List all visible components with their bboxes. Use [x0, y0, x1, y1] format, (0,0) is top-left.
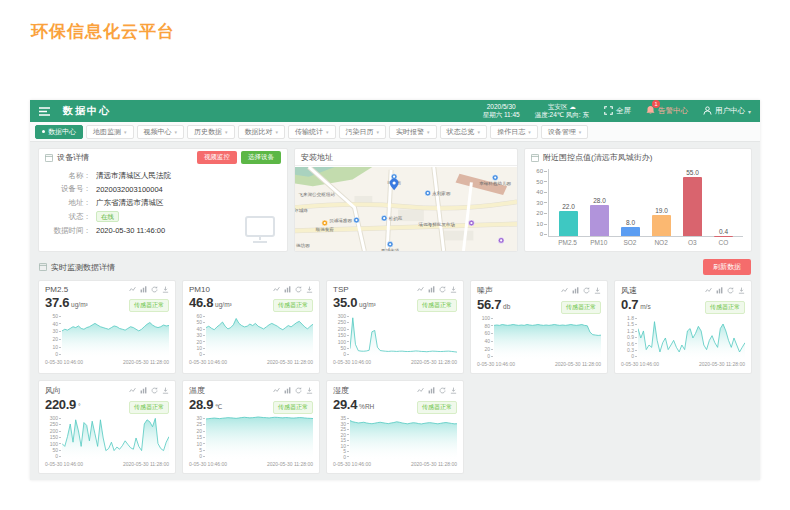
refresh-icon[interactable]	[151, 387, 158, 394]
user-center-button[interactable]: 用户中心 ▾	[703, 106, 751, 117]
trend-line-icon[interactable]	[129, 387, 136, 394]
y-tick-value: 5	[199, 448, 202, 453]
y-tick-label: 50	[340, 346, 349, 351]
tick-mark	[203, 437, 205, 438]
download-icon[interactable]	[306, 387, 313, 394]
tab-设备管理[interactable]: 设备管理▾	[541, 125, 589, 139]
tab-污染日历[interactable]: 污染日历▾	[339, 125, 387, 139]
tick-mark	[491, 341, 493, 342]
download-icon[interactable]	[450, 286, 457, 293]
bar-chart-icon[interactable]	[428, 286, 435, 293]
refresh-icon[interactable]	[439, 286, 446, 293]
sensor-card-温度: 温度28.9℃传感器正常3025201510500-05-30 10:46:00…	[182, 380, 320, 474]
mini-chart: 1.81.51.20.90.60.30	[621, 316, 745, 359]
map-poi	[468, 220, 474, 226]
bar-chart-icon[interactable]	[716, 287, 723, 294]
page-title: 环保信息化云平台	[31, 20, 175, 43]
refresh-icon[interactable]	[295, 286, 302, 293]
card-toolbar	[129, 286, 169, 293]
tab-历史数据[interactable]: 历史数据▾	[187, 125, 235, 139]
refresh-icon[interactable]	[295, 387, 302, 394]
refresh-icon[interactable]	[583, 287, 590, 294]
tick-mark	[203, 456, 205, 457]
download-icon[interactable]	[594, 287, 601, 294]
tab-传输统计[interactable]: 传输统计▾	[288, 125, 336, 139]
bar-chart-icon[interactable]	[284, 286, 291, 293]
mini-chart-y-axis: 35302520151050	[333, 416, 350, 459]
sensor-value: 0.7	[621, 297, 638, 312]
y-tick-label: 50	[536, 180, 547, 185]
tick-mark	[59, 418, 61, 419]
map-panel: 安装地址	[294, 148, 518, 252]
y-tick-value: 50	[196, 320, 202, 325]
tab-地图监测[interactable]: 地图监测▾	[86, 125, 134, 139]
bar-chart-icon[interactable]	[140, 387, 147, 394]
fullscreen-button[interactable]: 全屏	[604, 106, 631, 117]
tab-数据比对[interactable]: 数据比对▾	[238, 125, 286, 139]
trend-line-icon[interactable]	[561, 287, 568, 294]
trend-line-icon[interactable]	[129, 286, 136, 293]
tick-mark	[491, 356, 493, 357]
download-icon[interactable]	[162, 286, 169, 293]
refresh-icon[interactable]	[727, 287, 734, 294]
refresh-icon[interactable]	[439, 387, 446, 394]
y-tick-label: 100	[482, 316, 493, 321]
y-tick-value: 0	[487, 354, 490, 359]
mini-chart-svg	[62, 416, 169, 459]
download-icon[interactable]	[162, 387, 169, 394]
tick-mark	[544, 171, 547, 172]
tab-label: 传输统计	[295, 127, 323, 137]
download-icon[interactable]	[450, 387, 457, 394]
mini-chart-y-axis: 300250200150100500	[333, 314, 350, 357]
trend-line-icon[interactable]	[273, 286, 280, 293]
bar-column-CO: 0.4	[708, 169, 739, 236]
y-tick-label: 250	[338, 320, 349, 325]
video-monitor-button[interactable]: 视频监控	[197, 151, 237, 164]
hamburger-menu-icon[interactable]	[39, 107, 50, 116]
tick-mark	[203, 354, 205, 355]
y-tick-label: 60	[484, 331, 493, 336]
bar-category-label: CO	[708, 237, 739, 248]
bar-chart-icon[interactable]	[140, 286, 147, 293]
tab-数据中心[interactable]: 数据中心	[35, 125, 83, 139]
refresh-data-button[interactable]: 刷新数据	[703, 259, 751, 275]
x-start-label: 0-05-30 10:46:00	[45, 359, 83, 365]
map-poi-label: 永利家园	[432, 191, 450, 196]
tab-状态总览[interactable]: 状态总览▾	[440, 125, 488, 139]
x-start-label: 0-05-30 10:46:00	[621, 361, 659, 367]
y-tick-value: 20	[196, 340, 202, 345]
y-tick-label: 1.8	[627, 316, 637, 321]
alarm-center-button[interactable]: 1 告警中心	[646, 105, 688, 117]
tick-mark	[347, 429, 349, 430]
trend-line-icon[interactable]	[417, 286, 424, 293]
field-label: 数据时间：	[45, 226, 91, 236]
trend-line-icon[interactable]	[417, 387, 424, 394]
device-field-row: 设备号：2020032003100004	[45, 184, 281, 194]
y-tick-value: 30	[196, 333, 202, 338]
y-tick-label: 20	[484, 347, 493, 352]
bar-chart-icon[interactable]	[572, 287, 579, 294]
download-icon[interactable]	[306, 286, 313, 293]
trend-line-icon[interactable]	[273, 387, 280, 394]
trend-line-icon[interactable]	[705, 287, 712, 294]
bar-value-label: 8.0	[626, 219, 635, 226]
tab-实时报警[interactable]: 实时报警▾	[389, 125, 437, 139]
tick-mark	[203, 431, 205, 432]
y-tick-label: 300	[50, 416, 61, 421]
card-value-row: 0.7m/s传感器正常	[621, 297, 745, 314]
tab-视频中心[interactable]: 视频中心▾	[137, 125, 185, 139]
sensor-card-PM2.5: PM2.537.6ug/m³传感器正常504030201000-05-30 10…	[38, 280, 176, 374]
refresh-icon[interactable]	[151, 286, 158, 293]
y-tick-label: 30	[536, 201, 547, 206]
card-value-row: 29.4%RH传感器正常	[333, 397, 457, 414]
sensor-status-badge: 传感器正常	[273, 299, 313, 312]
select-device-button[interactable]: 选择设备	[241, 151, 281, 164]
x-start-label: 0-05-30 10:46:00	[189, 461, 227, 467]
bar-chart-icon[interactable]	[428, 387, 435, 394]
device-panel-title: 设备详情	[57, 152, 89, 163]
bar-chart-icon[interactable]	[284, 387, 291, 394]
tab-操作日志[interactable]: 操作日志▾	[490, 125, 538, 139]
map-canvas[interactable]: 飞来湖公交枢纽站环城路旧清街永利家园幸福科教幼儿园松韵苑贝诚清雅园清远海鲜批发市…	[295, 167, 517, 251]
download-icon[interactable]	[738, 287, 745, 294]
mini-chart: 50403020100	[45, 314, 169, 357]
